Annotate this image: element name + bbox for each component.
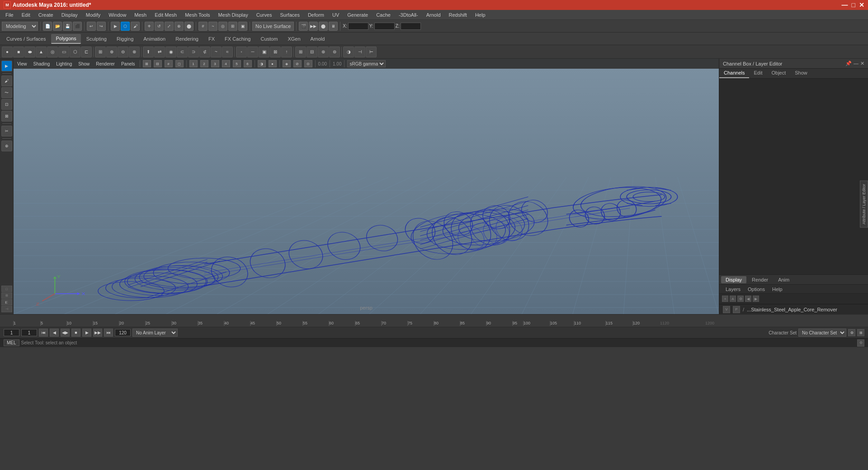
current-frame-input[interactable] <box>21 329 37 336</box>
pipe-icon-btn[interactable]: ⊏ <box>81 47 92 57</box>
layer-visibility-btn[interactable]: V <box>723 306 730 313</box>
select-tool-button[interactable]: ▶ <box>111 22 120 31</box>
display-tab[interactable]: Display <box>721 276 746 283</box>
viewport[interactable]: View Shading Lighting Show Renderer Pane… <box>14 59 719 314</box>
uv-editor-btn[interactable]: ⊞ <box>295 47 306 57</box>
tab-animation[interactable]: Animation <box>139 34 170 43</box>
vertex-display-btn[interactable]: ◦ <box>236 47 247 57</box>
viewport-3d[interactable]: X Y Z persp <box>14 69 719 314</box>
vp-menu-shading[interactable]: Shading <box>32 61 52 67</box>
display-2-btn[interactable]: 2 <box>200 60 208 67</box>
menu-display[interactable]: Display <box>58 11 81 19</box>
combine-icon-btn[interactable]: ⊞ <box>95 47 106 57</box>
normal-display-btn[interactable]: ↑ <box>281 47 292 57</box>
tab-rigging[interactable]: Rigging <box>112 34 138 43</box>
tab-polygons[interactable]: Polygons <box>51 34 80 44</box>
uv-unfold-btn[interactable]: ⊟ <box>307 47 317 57</box>
universal-manipulator-button[interactable]: ⊕ <box>175 22 184 31</box>
display-6-btn[interactable]: 6 <box>244 60 252 67</box>
tab-curves-surfaces[interactable]: Curves / Surfaces <box>2 34 50 43</box>
layer-name[interactable]: ...Stainless_Steel_Apple_Core_Remover <box>747 307 864 312</box>
select-tool-left[interactable]: ▶ <box>1 61 12 71</box>
gamma-select[interactable]: sRGB gamma <box>347 60 386 67</box>
menu-mesh-display[interactable]: Mesh Display <box>215 11 252 19</box>
char-set-select[interactable]: No Character Set <box>798 329 846 337</box>
relax-tool-left[interactable]: ⊠ <box>1 111 12 122</box>
menu-modify[interactable]: Modify <box>82 11 104 19</box>
no-live-surface-button[interactable]: No Live Surface <box>252 22 294 31</box>
collapse-btn[interactable]: ⊃ <box>188 47 199 57</box>
menu-3dtoall[interactable]: -3DtoAll- <box>395 11 422 19</box>
disc-icon-btn[interactable]: ⬡ <box>70 47 80 57</box>
menu-uv[interactable]: UV <box>329 11 343 19</box>
vp-menu-view[interactable]: View <box>15 61 29 67</box>
attribute-editor-tab[interactable]: Attribute / Layer Editor <box>860 181 868 228</box>
menu-edit[interactable]: Edit <box>18 11 34 19</box>
menu-window[interactable]: Window <box>105 11 130 19</box>
layout-side-btn[interactable]: ⊣ <box>1 306 12 312</box>
cone-icon-btn[interactable]: ▲ <box>36 47 47 57</box>
menu-help[interactable]: Help <box>472 11 489 19</box>
face-display-btn[interactable]: ▣ <box>259 47 269 57</box>
display-5-btn[interactable]: 5 <box>233 60 241 67</box>
menu-cache[interactable]: Cache <box>373 11 394 19</box>
paint-selection-left[interactable]: 🖌 <box>1 75 12 86</box>
vp-menu-renderer[interactable]: Renderer <box>94 61 117 67</box>
layer-playback-btn[interactable]: P <box>733 306 740 313</box>
step-fwd-btn[interactable]: ▶▶ <box>93 329 102 337</box>
menu-mesh[interactable]: Mesh <box>131 11 150 19</box>
camera-select-btn[interactable]: ⊞ <box>143 60 151 67</box>
uv-display-btn[interactable]: ⊠ <box>270 47 281 57</box>
display-4-btn[interactable]: 4 <box>222 60 230 67</box>
tab-fx[interactable]: FX <box>204 34 219 43</box>
wireframe-btn[interactable]: ◻ <box>175 60 184 67</box>
menu-generate[interactable]: Generate <box>344 11 372 19</box>
xray-btn[interactable]: ⊙ <box>304 60 312 67</box>
show-manipulator-left[interactable]: ⊕ <box>1 141 12 151</box>
help-subtab[interactable]: Help <box>769 286 785 292</box>
menu-curves[interactable]: Curves <box>253 11 276 19</box>
layer-next-btn[interactable]: ▶ <box>753 296 759 302</box>
ao-btn[interactable]: ● <box>269 60 277 67</box>
hide-btn[interactable]: ⊘ <box>293 60 302 67</box>
isolate-btn[interactable]: ◈ <box>283 60 291 67</box>
menu-create[interactable]: Create <box>35 11 57 19</box>
fill-hole-btn[interactable]: ◉ <box>165 47 176 57</box>
soften-harden-btn[interactable]: ≈ <box>222 47 233 57</box>
rotate-tool-button[interactable]: ↺ <box>155 22 164 31</box>
mirror-btn[interactable]: ⊣ <box>354 47 365 57</box>
layer-add-btn[interactable]: + <box>722 296 728 302</box>
snap-curve-button[interactable]: ~ <box>208 22 217 31</box>
uv-auto-btn[interactable]: ⊜ <box>329 47 340 57</box>
play-back-btn[interactable]: ◀▶ <box>61 329 70 337</box>
paint-select-button[interactable]: 🖌 <box>131 22 140 31</box>
snap-view-button[interactable]: ⊞ <box>228 22 237 31</box>
save-file-button[interactable]: 💾 <box>63 22 72 31</box>
y-field[interactable] <box>374 23 395 30</box>
go-to-end-btn[interactable]: ⏭ <box>104 329 113 337</box>
render-view-button[interactable]: 🖥 <box>329 22 338 31</box>
cylinder-icon-btn[interactable]: ⬬ <box>24 47 35 57</box>
layout-single-btn[interactable]: □ <box>1 286 12 292</box>
menu-mesh-tools[interactable]: Mesh Tools <box>181 11 213 19</box>
minimize-button[interactable]: — <box>842 1 848 9</box>
channel-box-minimize-button[interactable]: — <box>854 61 859 66</box>
sphere-icon-btn[interactable]: ● <box>2 47 13 57</box>
redo-button[interactable]: ↪ <box>97 22 106 31</box>
new-file-button[interactable]: 📄 <box>43 22 52 31</box>
workspace-dropdown[interactable]: Modeling <box>2 22 38 31</box>
close-button[interactable]: ✕ <box>859 1 864 9</box>
layer-options-btn[interactable]: ⚙ <box>737 296 744 302</box>
boolean-inter-btn[interactable]: ⊗ <box>129 47 140 57</box>
uv-map-btn[interactable]: ⊛ <box>318 47 329 57</box>
stop-btn[interactable]: ■ <box>71 329 80 337</box>
edge-display-btn[interactable]: ─ <box>247 47 258 57</box>
shadow-btn[interactable]: ◑ <box>258 60 266 67</box>
symmetry-btn[interactable]: ⊢ <box>366 47 377 57</box>
maximize-button[interactable]: □ <box>852 1 855 9</box>
tab-sculpting[interactable]: Sculpting <box>82 34 111 43</box>
ipr-render-button[interactable]: ⬤ <box>319 22 328 31</box>
x-field[interactable] <box>348 23 368 30</box>
merge-btn[interactable]: ⊂ <box>177 47 188 57</box>
range-end-input[interactable] <box>115 329 131 336</box>
